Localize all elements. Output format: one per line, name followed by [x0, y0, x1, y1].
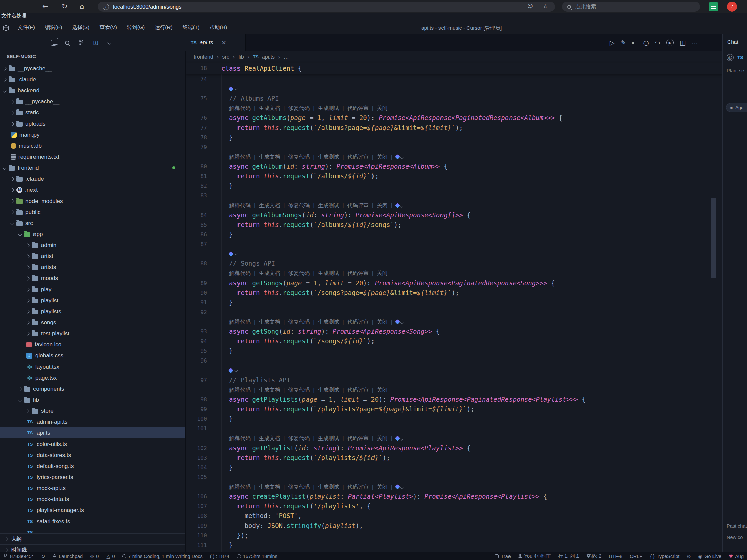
chevron-down-icon[interactable]: [235, 87, 238, 91]
tree-item-layout.tsx[interactable]: layout.tsx: [0, 361, 185, 372]
line-number[interactable]: 112: [186, 550, 207, 552]
tree-item-moods[interactable]: moods: [0, 273, 185, 284]
code-line-81[interactable]: 81 return this.request(`/albums/${id}`);: [186, 171, 722, 181]
chevron-down-icon[interactable]: [400, 156, 404, 159]
line-number[interactable]: 110: [186, 531, 207, 540]
extension-green-icon[interactable]: [709, 2, 718, 11]
line-number[interactable]: 83: [186, 191, 207, 201]
status-item-utf-8[interactable]: UTF-8: [609, 554, 622, 559]
status-item--1874[interactable]: ( ) : 1874: [210, 554, 229, 559]
tree-item-lyrics-parser.ts[interactable]: TSlyrics-parser.ts: [0, 472, 185, 483]
codelens-action[interactable]: 修复代码: [288, 270, 310, 276]
tree-item-uploads[interactable]: uploads: [0, 118, 185, 129]
line-number[interactable]: 87: [186, 239, 207, 249]
codelens-action[interactable]: 生成测试: [317, 105, 339, 111]
pencil-icon[interactable]: ✎: [621, 39, 626, 46]
line-number[interactable]: 91: [186, 298, 207, 307]
line-number[interactable]: 98: [186, 395, 207, 404]
ai-sparkle-icon[interactable]: [228, 86, 234, 92]
ai-sparkle-icon[interactable]: [395, 436, 400, 441]
code-line-91[interactable]: 91 }: [186, 298, 722, 307]
codelens-action[interactable]: 解释代码: [229, 435, 251, 441]
code-line-77[interactable]: 77 return this.request(`/albums?page=${p…: [186, 123, 722, 133]
breadcrumb-file[interactable]: api.ts: [262, 54, 275, 60]
chat-input-placeholder[interactable]: Plan, se: [726, 68, 744, 73]
code-line-78[interactable]: 78 }: [186, 133, 722, 142]
line-number[interactable]: 75: [186, 94, 207, 103]
chevron-down-icon[interactable]: [235, 369, 238, 372]
line-number[interactable]: 84: [186, 210, 207, 220]
code-line-87[interactable]: 87: [186, 239, 722, 249]
line-number[interactable]: 85: [186, 220, 207, 230]
tree-item-components[interactable]: components: [0, 383, 185, 394]
line-number[interactable]: 74: [186, 74, 207, 84]
outline-section[interactable]: 大纲: [0, 533, 185, 544]
scrollbar-thumb[interactable]: [711, 198, 716, 278]
code-line-103[interactable]: 103 return this.request(`/playlists/${id…: [186, 453, 722, 462]
sticky-scroll-line[interactable]: 18 class RealApiClient {: [186, 63, 722, 74]
codelens-action[interactable]: 生成测试: [317, 203, 339, 208]
code-line-82[interactable]: 82 }: [186, 181, 722, 191]
line-number[interactable]: 79: [186, 142, 207, 152]
codelens-action[interactable]: 生成文档: [259, 435, 280, 441]
codelens-action[interactable]: 生成测试: [317, 435, 339, 441]
breadcrumb-item[interactable]: frontend: [194, 54, 213, 60]
status-item--2[interactable]: 空格: 2: [586, 553, 601, 559]
code-line-75[interactable]: 75 // Albums API: [186, 94, 722, 103]
code-line-86[interactable]: 86 }: [186, 230, 722, 239]
close-tab-icon[interactable]: ✕: [222, 39, 227, 46]
tree-item-data-stores.ts[interactable]: TSdata-stores.ts: [0, 450, 185, 460]
browser-search-box[interactable]: 点此搜索: [562, 2, 700, 12]
breadcrumb-item[interactable]: lib: [238, 54, 244, 60]
code-line-95[interactable]: 95 }: [186, 346, 722, 356]
code-line-107[interactable]: 107 return this.request('/playlists', {: [186, 501, 722, 511]
breadcrumb-item[interactable]: src: [223, 54, 229, 60]
tab-api-ts[interactable]: TS api.ts ✕: [185, 34, 246, 51]
tree-item-__pycache__[interactable]: __pycache__: [0, 96, 185, 107]
line-number[interactable]: 100: [186, 414, 207, 424]
tree-item-lib[interactable]: lib: [0, 394, 185, 405]
code-line-94[interactable]: 94 return this.request(`/songs/${id}`);: [186, 337, 722, 346]
codelens-action[interactable]: 生成文档: [259, 484, 280, 490]
ai-sparkle-icon[interactable]: [395, 203, 400, 208]
status-item-typescript[interactable]: { }TypeScript: [650, 554, 679, 559]
code-line-110[interactable]: 110 });: [186, 531, 722, 540]
tree-item-songs[interactable]: songs: [0, 317, 185, 328]
line-number[interactable]: 103: [186, 453, 207, 462]
ai-sparkle-icon[interactable]: [228, 368, 234, 373]
tree-item-artist[interactable]: artist: [0, 251, 185, 262]
codelens-action[interactable]: 代码评审: [347, 387, 369, 393]
code-line-102[interactable]: 102 async getPlaylist(id: string): Promi…: [186, 443, 722, 453]
codelens-action[interactable]: 生成测试: [317, 387, 339, 393]
bookmark-star-icon[interactable]: ☆: [543, 3, 548, 9]
reload-icon[interactable]: ↻: [62, 2, 68, 10]
code-line-76[interactable]: 76 async getAlbums(page = 1, limit = 20)…: [186, 113, 722, 123]
back-icon[interactable]: ←: [42, 2, 48, 10]
tree-item-.next[interactable]: N.next: [0, 184, 185, 195]
codelens-action[interactable]: 代码评审: [347, 319, 369, 325]
record-icon[interactable]: ○: [643, 39, 649, 46]
code-line-111[interactable]: 111 }: [186, 540, 722, 550]
status-item-7-mins-coding-1-min-writing-docs[interactable]: 7 mins Coding, 1 min Writing Docs: [122, 554, 203, 559]
tree-item-color-utils.ts[interactable]: TScolor-utils.ts: [0, 438, 185, 450]
tree-item-admin-api.ts[interactable]: TSadmin-api.ts: [0, 417, 185, 427]
menu-item[interactable]: 运行(R): [150, 23, 178, 32]
tree-item-.claude[interactable]: .claude: [0, 174, 185, 184]
tree-item-artists[interactable]: artists: [0, 262, 185, 273]
line-number[interactable]: 76: [186, 113, 207, 123]
ai-sparkle-icon[interactable]: [395, 484, 400, 490]
tree-item-mock-api.ts[interactable]: TSmock-api.ts: [0, 483, 185, 494]
menu-item[interactable]: 转到(G): [122, 23, 150, 32]
site-info-icon[interactable]: i: [103, 4, 109, 10]
codelens-action[interactable]: 生成文档: [259, 105, 280, 111]
code-line-80[interactable]: 80 async getAlbum(id: string): Promise<A…: [186, 162, 722, 171]
code-line-79[interactable]: 79: [186, 142, 722, 152]
copy-pages-icon[interactable]: [51, 40, 56, 46]
run-icon[interactable]: ▷: [610, 39, 615, 46]
status-item-aug[interactable]: ♥Aug: [728, 554, 744, 559]
line-number[interactable]: 106: [186, 492, 207, 501]
line-number[interactable]: 81: [186, 171, 207, 181]
tree-item-main.py[interactable]: main.py: [0, 129, 185, 140]
codelens-action[interactable]: 解释代码: [229, 154, 251, 160]
line-number[interactable]: 105: [186, 472, 207, 482]
